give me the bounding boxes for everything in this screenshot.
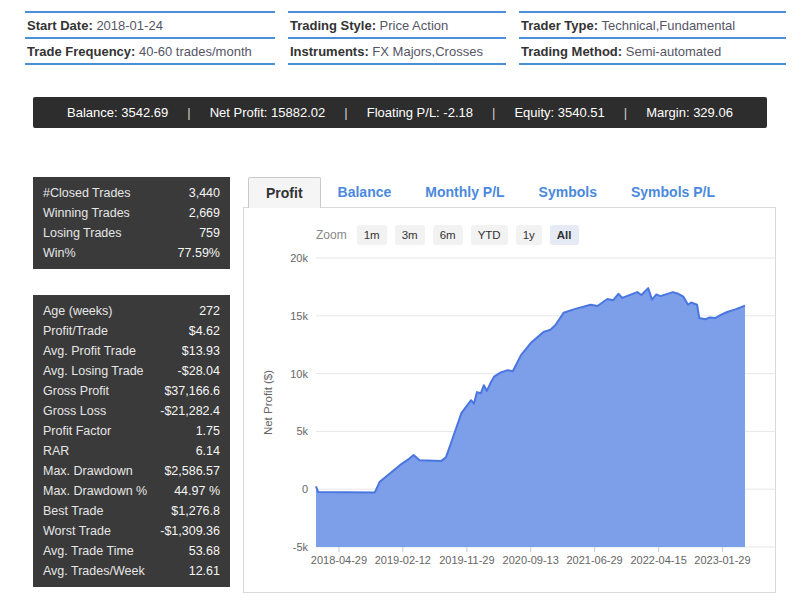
y-tick-label: 5k <box>296 425 308 437</box>
separator: | <box>187 105 190 120</box>
stat-row-profit-per-trade: Profit/Trade$4.62 <box>43 321 220 341</box>
zoom-3m-button[interactable]: 3m <box>395 225 425 245</box>
x-tick-label: 2021-06-29 <box>566 554 622 566</box>
stat-row-max-drawdown-pct: Max. Drawdown %44.97 % <box>43 481 220 501</box>
zoom-label: Zoom <box>316 228 347 242</box>
summary-equity: Equity: 3540.51 <box>514 105 604 120</box>
net-profit-area-chart: -5k05k10k15k20k2018-04-292019-02-122019-… <box>243 237 776 593</box>
tab-balance[interactable]: Balance <box>321 177 409 208</box>
info-label: Start Date: <box>27 18 93 33</box>
tab-symbols-pl[interactable]: Symbols P/L <box>614 177 732 208</box>
info-label: Instruments: <box>290 44 369 59</box>
x-tick-label: 2022-04-15 <box>630 554 686 566</box>
tab-monthly-pl[interactable]: Monthly P/L <box>408 177 521 208</box>
chart-panel: Profit Balance Monthly P/L Symbols Symbo… <box>243 177 776 593</box>
stat-row-max-drawdown: Max. Drawdown$2,586.57 <box>43 461 220 481</box>
y-tick-label: 15k <box>290 310 308 322</box>
info-value: Technical,Fundamental <box>601 18 735 33</box>
zoom-all-button[interactable]: All <box>550 225 579 245</box>
stat-row-win-percent: Win%77.59% <box>43 243 220 263</box>
info-value: Price Action <box>380 18 449 33</box>
zoom-ytd-button[interactable]: YTD <box>471 225 508 245</box>
stat-row-closed-trades: #Closed Trades3,440 <box>43 183 220 203</box>
stat-row-worst-trade: Worst Trade-$1,309.36 <box>43 521 220 541</box>
separator: | <box>624 105 627 120</box>
zoom-6m-button[interactable]: 6m <box>433 225 463 245</box>
info-value: FX Majors,Crosses <box>372 44 483 59</box>
separator: | <box>492 105 495 120</box>
x-tick-label: 2019-11-29 <box>439 554 494 566</box>
y-tick-label: 10k <box>290 368 308 380</box>
stat-row-winning-trades: Winning Trades2,669 <box>43 203 220 223</box>
stat-row-losing-trades: Losing Trades759 <box>43 223 220 243</box>
performance-stats-table: Age (weeks)272 Profit/Trade$4.62 Avg. Pr… <box>33 295 230 587</box>
tab-symbols[interactable]: Symbols <box>522 177 614 208</box>
tab-profit[interactable]: Profit <box>248 177 321 208</box>
summary-net-profit: Net Profit: 15882.02 <box>210 105 326 120</box>
separator: | <box>344 105 347 120</box>
account-info-grid: Start Date: 2018-01-24 Trading Style: Pr… <box>25 11 786 65</box>
summary-balance: Balance: 3542.69 <box>67 105 168 120</box>
summary-floating-pl: Floating P/L: -2.18 <box>367 105 473 120</box>
y-axis-title: Net Profit ($) <box>262 370 274 435</box>
y-tick-label: 20k <box>290 252 308 264</box>
info-value: Semi-automated <box>626 44 721 59</box>
stat-row-avg-losing-trade: Avg. Losing Trade-$28.04 <box>43 361 220 381</box>
stat-row-gross-profit: Gross Profit$37,166.6 <box>43 381 220 401</box>
stat-row-avg-trades-week: Avg. Trades/Week12.61 <box>43 561 220 581</box>
info-instruments: Instruments: FX Majors,Crosses <box>288 37 506 65</box>
info-value: 40-60 trades/month <box>139 44 252 59</box>
info-value: 2018-01-24 <box>96 18 163 33</box>
x-tick-label: 2019-02-12 <box>375 554 431 566</box>
info-trading-method: Trading Method: Semi-automated <box>519 37 786 65</box>
stat-row-avg-trade-time: Avg. Trade Time53.68 <box>43 541 220 561</box>
stat-row-gross-loss: Gross Loss-$21,282.4 <box>43 401 220 421</box>
info-label: Trader Type: <box>521 18 598 33</box>
account-summary-bar: Balance: 3542.69 | Net Profit: 15882.02 … <box>33 97 767 128</box>
stat-row-best-trade: Best Trade$1,276.8 <box>43 501 220 521</box>
x-tick-label: 2018-04-29 <box>311 554 367 566</box>
info-trading-style: Trading Style: Price Action <box>288 11 506 37</box>
info-label: Trading Style: <box>290 18 376 33</box>
y-tick-label: -5k <box>293 541 309 553</box>
info-label: Trade Frequency: <box>27 44 135 59</box>
info-trader-type: Trader Type: Technical,Fundamental <box>519 11 786 37</box>
zoom-1m-button[interactable]: 1m <box>357 225 387 245</box>
x-tick-label: 2020-09-13 <box>503 554 559 566</box>
zoom-1y-button[interactable]: 1y <box>516 225 542 245</box>
x-tick-label: 2023-01-29 <box>694 554 750 566</box>
info-trade-frequency: Trade Frequency: 40-60 trades/month <box>25 37 275 65</box>
info-start-date: Start Date: 2018-01-24 <box>25 11 275 37</box>
chart-zoom-toolbar: Zoom 1m 3m 6m YTD 1y All <box>316 225 579 245</box>
net-profit-area <box>316 288 745 547</box>
stat-row-age: Age (weeks)272 <box>43 301 220 321</box>
stat-row-rar: RAR6.14 <box>43 441 220 461</box>
y-tick-label: 0 <box>302 483 308 495</box>
trading-dashboard: Start Date: 2018-01-24 Trading Style: Pr… <box>0 0 793 602</box>
stat-row-avg-profit-trade: Avg. Profit Trade$13.93 <box>43 341 220 361</box>
stat-row-profit-factor: Profit Factor1.75 <box>43 421 220 441</box>
chart-tabs: Profit Balance Monthly P/L Symbols Symbo… <box>248 177 732 208</box>
trade-count-stats-table: #Closed Trades3,440 Winning Trades2,669 … <box>33 177 230 269</box>
summary-margin: Margin: 329.06 <box>646 105 733 120</box>
info-label: Trading Method: <box>521 44 622 59</box>
